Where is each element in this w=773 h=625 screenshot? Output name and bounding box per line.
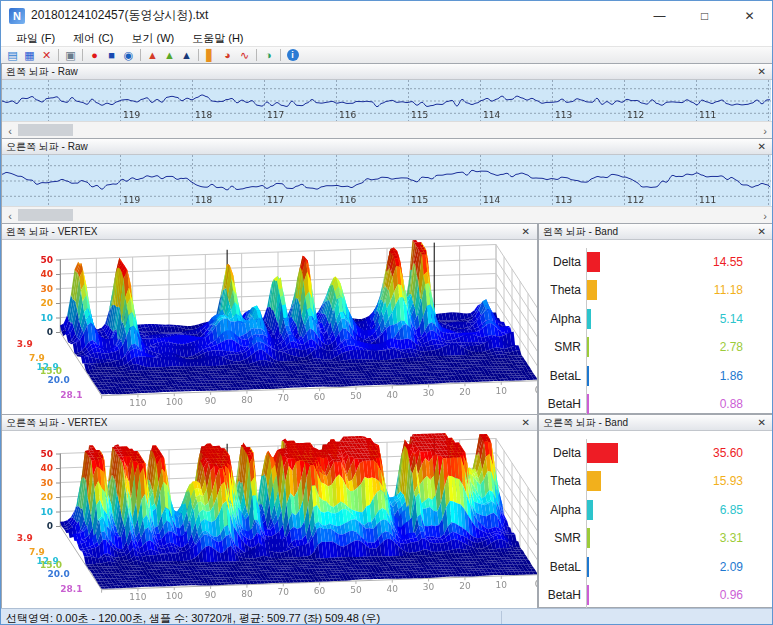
- left-band-panel-titlebar: 왼쪽 뇌파 - Band ✕: [539, 224, 773, 240]
- band-value: 0.96: [720, 588, 743, 602]
- band-value: 6.85: [720, 503, 743, 517]
- bar-chart-icon[interactable]: ▋: [202, 48, 219, 62]
- right-band-panel: 오른쪽 뇌파 - Band ✕ Delta35.60Theta15.93Alph…: [538, 414, 773, 608]
- menu-item[interactable]: 보기 (W): [122, 31, 183, 46]
- left-raw-panel-titlebar: 왼쪽 뇌파 - Raw ✕: [2, 64, 773, 80]
- left-raw-scrollbar[interactable]: ‹ ›: [2, 121, 773, 139]
- right-band-panel-titlebar: 오른쪽 뇌파 - Band ✕: [539, 415, 773, 431]
- band-label: BetaL: [539, 560, 581, 574]
- status-bar: 선택영역: 0.00초 - 120.00초, 샘플 수: 30720개, 평균:…: [1, 608, 772, 625]
- save-file-icon-glyph: ▦: [24, 48, 34, 62]
- pie-chart-icon-glyph: ◕: [224, 48, 231, 62]
- spectrum-chart-red-icon[interactable]: ▲: [144, 48, 161, 62]
- scroll-right-arrow[interactable]: ›: [757, 210, 773, 222]
- close-file-icon[interactable]: ✕: [38, 48, 55, 62]
- scroll-left-arrow[interactable]: ‹: [2, 125, 18, 137]
- band-value: 0.88: [720, 397, 743, 411]
- minimize-button[interactable]: —: [637, 1, 682, 30]
- menu-item[interactable]: 제어 (C): [64, 31, 122, 46]
- panel-close-icon[interactable]: ✕: [519, 226, 533, 237]
- band-value: 11.18: [714, 283, 743, 297]
- menu-item[interactable]: 파일 (F): [7, 31, 64, 46]
- line-chart-icon[interactable]: ∿: [236, 48, 253, 62]
- band-row-theta: Theta15.93: [539, 467, 773, 496]
- left-raw-waveform: [2, 80, 771, 121]
- toolbar-separator: [280, 49, 281, 61]
- timer-icon-glyph: ◉: [124, 48, 134, 62]
- sphere-chart-icon[interactable]: ◑: [260, 48, 277, 62]
- left-vertex-surface-chart: [2, 240, 537, 414]
- band-label: BetaH: [539, 588, 581, 602]
- timer-icon[interactable]: ◉: [120, 48, 137, 62]
- right-vertex-panel-titlebar: 오른쪽 뇌파 - VERTEX ✕: [2, 415, 537, 431]
- panel-title: 오른쪽 뇌파 - Raw: [6, 140, 88, 154]
- band-bar: [587, 394, 589, 414]
- close-button[interactable]: ✕: [727, 1, 772, 30]
- band-bar: [587, 585, 589, 605]
- band-bar: [587, 471, 601, 491]
- status-divider: [501, 611, 502, 625]
- band-row-delta: Delta35.60: [539, 438, 773, 467]
- toolbar-separator: [140, 49, 141, 61]
- maximize-button[interactable]: □: [682, 1, 727, 30]
- panel-title: 왼쪽 뇌파 - Band: [543, 225, 618, 239]
- band-row-betah: BetaH0.96: [539, 581, 773, 610]
- band-row-smr: SMR2.78: [539, 333, 773, 362]
- panel-title: 왼쪽 뇌파 - Raw: [6, 65, 78, 79]
- save-file-icon[interactable]: ▦: [21, 48, 38, 62]
- band-bar: [587, 337, 589, 357]
- open-file-icon-glyph: ▤: [7, 48, 17, 62]
- toolbar-separator: [58, 49, 59, 61]
- right-vertex-surface-chart: [2, 431, 537, 608]
- spectrum-chart-dark-icon[interactable]: ▲: [178, 48, 195, 62]
- band-row-smr: SMR3.31: [539, 524, 773, 553]
- application-window: N 20180124102457(동영상시청).txt — □ ✕ 파일 (F)…: [0, 0, 773, 625]
- scroll-right-arrow[interactable]: ›: [757, 125, 773, 137]
- band-bar: [587, 309, 591, 329]
- stop-icon-glyph: ■: [108, 48, 115, 62]
- toolbar-separator: [82, 49, 83, 61]
- left-raw-panel: 왼쪽 뇌파 - Raw ✕ ‹ ›: [1, 63, 773, 138]
- spectrum-chart-red-icon-glyph: ▲: [147, 48, 158, 62]
- left-band-panel: 왼쪽 뇌파 - Band ✕ Delta14.55Theta11.18Alpha…: [538, 223, 773, 414]
- band-row-betal: BetaL2.09: [539, 552, 773, 581]
- band-label: SMR: [539, 340, 581, 354]
- panel-title: 오른쪽 뇌파 - VERTEX: [6, 416, 108, 430]
- panel-close-icon[interactable]: ✕: [755, 66, 769, 77]
- close-file-icon-glyph: ✕: [42, 48, 51, 62]
- left-vertex-panel-titlebar: 왼쪽 뇌파 - VERTEX ✕: [2, 224, 537, 240]
- status-text: 선택영역: 0.00초 - 120.00초, 샘플 수: 30720개, 평균:…: [6, 611, 380, 625]
- open-file-icon[interactable]: ▤: [4, 48, 21, 62]
- panel-close-icon[interactable]: ✕: [755, 417, 769, 428]
- band-label: Alpha: [539, 312, 581, 326]
- scroll-track[interactable]: [18, 207, 757, 224]
- panel-close-icon[interactable]: ✕: [519, 417, 533, 428]
- spectrum-chart-dark-icon-glyph: ▲: [181, 48, 192, 62]
- stop-icon[interactable]: ■: [103, 48, 120, 62]
- spectrum-chart-green-icon[interactable]: ▲: [161, 48, 178, 62]
- print-icon[interactable]: ▣: [62, 48, 79, 62]
- scroll-thumb[interactable]: [18, 209, 73, 221]
- scroll-left-arrow[interactable]: ‹: [2, 210, 18, 222]
- toolbar: ▤▦✕▣●■◉▲▲▲▋◕∿◑i: [1, 47, 772, 64]
- record-icon[interactable]: ●: [86, 48, 103, 62]
- scroll-thumb[interactable]: [18, 124, 73, 136]
- band-value: 2.78: [720, 340, 743, 354]
- print-icon-glyph: ▣: [65, 48, 75, 62]
- band-label: Theta: [539, 283, 581, 297]
- about-icon[interactable]: i: [284, 48, 301, 62]
- panel-title: 오른쪽 뇌파 - Band: [543, 416, 628, 430]
- panel-close-icon[interactable]: ✕: [755, 226, 769, 237]
- band-bar: [587, 366, 589, 386]
- band-bar: [587, 528, 590, 548]
- right-raw-scrollbar[interactable]: ‹ ›: [2, 206, 773, 224]
- band-value: 5.14: [720, 312, 743, 326]
- spectrum-chart-green-icon-glyph: ▲: [164, 48, 175, 62]
- menu-item[interactable]: 도움말 (H): [183, 31, 252, 46]
- panel-close-icon[interactable]: ✕: [755, 141, 769, 152]
- pie-chart-icon[interactable]: ◕: [219, 48, 236, 62]
- band-bar: [587, 557, 589, 577]
- right-raw-panel-titlebar: 오른쪽 뇌파 - Raw ✕: [2, 139, 773, 155]
- scroll-track[interactable]: [18, 122, 757, 139]
- band-bar: [587, 280, 597, 300]
